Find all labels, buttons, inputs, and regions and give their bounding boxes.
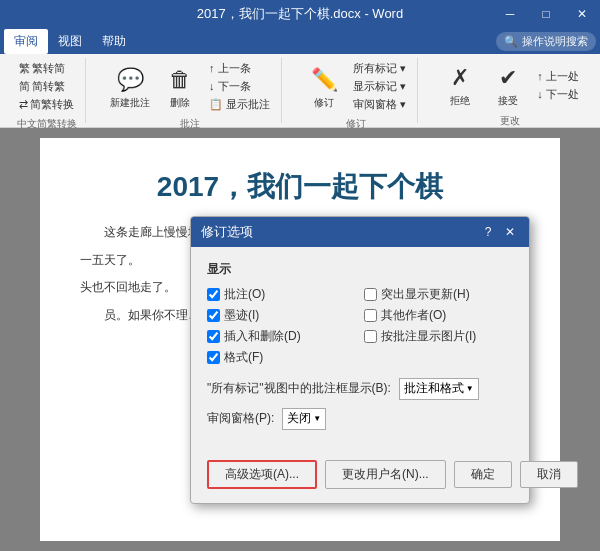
prev-change-button[interactable]: ↑ 上一处: [534, 68, 582, 85]
trad-to-simp-button[interactable]: 繁 繁转简: [16, 60, 77, 77]
footer-right: 确定 取消: [454, 461, 578, 488]
review-pane-select[interactable]: 关闭 ▼: [282, 408, 326, 430]
checkbox-ink-label: 墨迹(I): [224, 307, 259, 324]
accept-icon: ✔: [492, 62, 524, 94]
checkbox-insertions: 插入和删除(D): [207, 328, 356, 345]
checkbox-other-authors-input[interactable]: [364, 309, 377, 322]
review-pane-row: 审阅窗格(P): 关闭 ▼: [207, 408, 513, 430]
ribbon: 繁 繁转简 简 简转繁 ⇄ 简繁转换 中文简繁转换 💬 新建批注 🗑 删除: [0, 54, 600, 128]
menu-search[interactable]: 🔍 操作说明搜索: [496, 32, 596, 51]
checkbox-format-input[interactable]: [207, 351, 220, 364]
cancel-button[interactable]: 取消: [520, 461, 578, 488]
next-change-button[interactable]: ↓ 下一处: [534, 86, 582, 103]
window-title: 2017，我们一起下个棋.docx - Word: [197, 5, 403, 23]
search-label: 操作说明搜索: [522, 34, 588, 49]
dialog-titlebar: 修订选项 ? ✕: [191, 217, 529, 247]
ribbon-group-tracking: ✏️ 修订 所有标记 ▾ 显示标记 ▾ 审阅窗格 ▾ 修订: [294, 58, 418, 123]
trad-to-simp-icon: 繁: [19, 61, 30, 76]
dialog-close-button[interactable]: ✕: [501, 223, 519, 241]
checkbox-grid: 批注(O) 突出显示更新(H) 墨迹(I) 其他作者(O): [207, 286, 513, 366]
track-changes-icon: ✏️: [308, 64, 340, 96]
ok-button[interactable]: 确定: [454, 461, 512, 488]
all-markup-button[interactable]: 所有标记 ▾: [350, 60, 409, 77]
document-title: 2017，我们一起下个棋: [80, 168, 520, 206]
show-markup-button[interactable]: 显示标记 ▾: [350, 78, 409, 95]
balloon-arrow-icon: ▼: [466, 384, 474, 393]
tracking-options: 所有标记 ▾ 显示标记 ▾ 审阅窗格 ▾: [350, 60, 409, 113]
balloon-label: "所有标记"视图中的批注框显示(B):: [207, 380, 391, 397]
checkbox-format-label: 格式(F): [224, 349, 263, 366]
checkbox-other-authors: 其他作者(O): [364, 307, 513, 324]
track-changes-button[interactable]: ✏️ 修订: [302, 62, 346, 112]
dialog-title-controls: ? ✕: [479, 223, 519, 241]
checkbox-show-picture-label: 按批注显示图片(I): [381, 328, 476, 345]
new-comment-button[interactable]: 💬 新建批注: [106, 62, 154, 112]
checkbox-comments-label: 批注(O): [224, 286, 265, 303]
dialog-footer: 高级选项(A)... 更改用户名(N)... 确定 取消: [191, 452, 529, 503]
delete-comment-button[interactable]: 🗑 删除: [158, 62, 202, 112]
document-area: 2017，我们一起下个棋 这条走廊上慢慢地走，一边走一边……守望着里面花花绿绿的…: [0, 128, 600, 551]
reject-icon: ✗: [444, 62, 476, 94]
minimize-button[interactable]: ─: [492, 0, 528, 28]
next-comment-button[interactable]: ↓ 下一条: [206, 78, 273, 95]
menu-tab-review[interactable]: 审阅: [4, 29, 48, 54]
changes-label: 更改: [500, 112, 520, 128]
menu-bar: 审阅 视图 帮助 🔍 操作说明搜索: [0, 28, 600, 54]
checkbox-comments: 批注(O): [207, 286, 356, 303]
track-changes-options-dialog: 修订选项 ? ✕ 显示 批注(O) 突出显示更新(H): [190, 216, 530, 504]
prev-comment-button[interactable]: ↑ 上一条: [206, 60, 273, 77]
checkbox-insertions-label: 插入和删除(D): [224, 328, 301, 345]
dialog-title: 修订选项: [201, 223, 253, 241]
menu-tab-help[interactable]: 帮助: [92, 29, 136, 54]
accept-button[interactable]: ✔ 接受: [486, 60, 530, 110]
change-nav-buttons: ↑ 上一处 ↓ 下一处: [534, 68, 582, 103]
footer-left: 高级选项(A)... 更改用户名(N)...: [207, 460, 446, 489]
checkbox-highlight-input[interactable]: [364, 288, 377, 301]
ribbon-group-changes: ✗ 拒绝 ✔ 接受 ↑ 上一处 ↓ 下一处 更改: [430, 58, 590, 123]
simp-to-trad-icon: 简: [19, 79, 30, 94]
dialog-section-display: 显示: [207, 261, 513, 278]
checkbox-format: 格式(F): [207, 349, 356, 366]
simp-to-trad-button[interactable]: 简 简转繁: [16, 78, 77, 95]
checkbox-show-picture: 按批注显示图片(I): [364, 328, 513, 345]
title-bar-controls: ─ □ ✕: [492, 0, 600, 28]
checkbox-insertions-input[interactable]: [207, 330, 220, 343]
checkbox-ink-input[interactable]: [207, 309, 220, 322]
review-pane-arrow-icon: ▼: [313, 414, 321, 423]
menu-tab-view[interactable]: 视图: [48, 29, 92, 54]
dialog-body: 显示 批注(O) 突出显示更新(H) 墨迹(I): [191, 247, 529, 452]
review-pane-value: 关闭: [287, 410, 311, 427]
new-comment-icon: 💬: [114, 64, 146, 96]
nav-comment-buttons: ↑ 上一条 ↓ 下一条 📋 显示批注: [206, 60, 273, 113]
delete-comment-icon: 🗑: [164, 64, 196, 96]
checkbox-highlight-updates: 突出显示更新(H): [364, 286, 513, 303]
comments-row: 💬 新建批注 🗑 删除 ↑ 上一条 ↓ 下一条 📋 显示批注: [106, 60, 273, 113]
checkbox-comments-input[interactable]: [207, 288, 220, 301]
show-comments-button[interactable]: 📋 显示批注: [206, 96, 273, 113]
rename-user-button[interactable]: 更改用户名(N)...: [325, 460, 446, 489]
checkbox-ink: 墨迹(I): [207, 307, 356, 324]
dialog-help-button[interactable]: ?: [479, 223, 497, 241]
title-bar: 2017，我们一起下个棋.docx - Word ─ □ ✕: [0, 0, 600, 28]
checkbox-other-authors-label: 其他作者(O): [381, 307, 446, 324]
advanced-options-button[interactable]: 高级选项(A)...: [207, 460, 317, 489]
convert-button[interactable]: ⇄ 简繁转换: [16, 96, 77, 113]
checkbox-highlight-label: 突出显示更新(H): [381, 286, 470, 303]
changes-row: ✗ 拒绝 ✔ 接受 ↑ 上一处 ↓ 下一处: [438, 60, 582, 110]
search-icon: 🔍: [504, 35, 518, 48]
balloon-value: 批注和格式: [404, 380, 464, 397]
review-pane-label: 审阅窗格(P):: [207, 410, 274, 427]
tracking-row: ✏️ 修订 所有标记 ▾ 显示标记 ▾ 审阅窗格 ▾: [302, 60, 409, 113]
ribbon-group-chinese-convert: 繁 繁转简 简 简转繁 ⇄ 简繁转换 中文简繁转换: [8, 58, 86, 123]
review-pane-button[interactable]: 审阅窗格 ▾: [350, 96, 409, 113]
balloon-row: "所有标记"视图中的批注框显示(B): 批注和格式 ▼: [207, 378, 513, 400]
reject-button[interactable]: ✗ 拒绝: [438, 60, 482, 110]
maximize-button[interactable]: □: [528, 0, 564, 28]
chinese-convert-buttons: 繁 繁转简 简 简转繁 ⇄ 简繁转换: [16, 60, 77, 113]
convert-icon: ⇄: [19, 98, 28, 111]
checkbox-show-picture-input[interactable]: [364, 330, 377, 343]
balloon-select[interactable]: 批注和格式 ▼: [399, 378, 479, 400]
close-button[interactable]: ✕: [564, 0, 600, 28]
ribbon-group-comments: 💬 新建批注 🗑 删除 ↑ 上一条 ↓ 下一条 📋 显示批注 批注: [98, 58, 282, 123]
